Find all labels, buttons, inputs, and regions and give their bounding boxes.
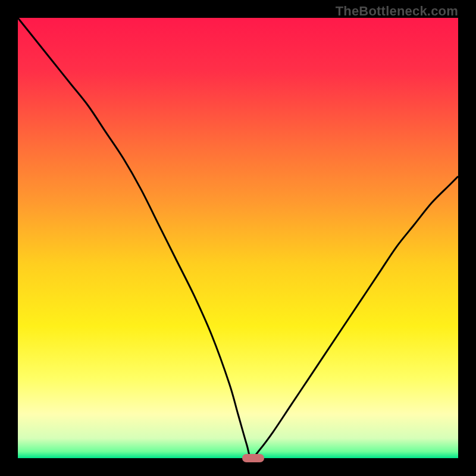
chart-frame: TheBottleneck.com: [0, 0, 476, 476]
plot-area: [18, 18, 458, 458]
optimum-marker: [242, 454, 264, 462]
watermark-text: TheBottleneck.com: [336, 4, 458, 19]
bottleneck-curve: [18, 18, 458, 458]
curve-path: [18, 18, 458, 458]
